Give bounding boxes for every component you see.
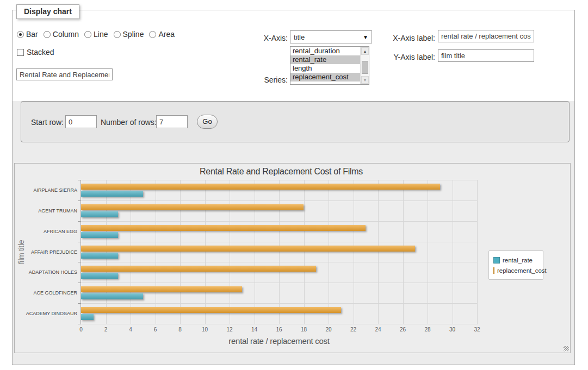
x-axis-tick-label: 2 (99, 327, 113, 333)
legend-swatch-icon (493, 267, 494, 274)
chart-type-radio-group: BarColumnLineSplineArea (17, 30, 175, 39)
resize-handle-icon[interactable] (564, 346, 569, 352)
bar-replacement_cost[interactable] (81, 246, 415, 252)
chart-type-radio-bar[interactable]: Bar (17, 30, 38, 39)
go-button[interactable]: Go (197, 115, 218, 129)
x-axis-tick-label: 24 (371, 327, 385, 333)
series-list-scrollbar[interactable]: ▲ ▼ (360, 47, 369, 84)
bar-rental_rate[interactable] (81, 253, 118, 259)
gridline (279, 180, 280, 324)
gridline (106, 180, 107, 324)
category-label: AFFAIR PREJUDICE (20, 249, 77, 255)
x-axis-tick-label: 10 (198, 327, 212, 333)
gridline (354, 180, 354, 324)
radio-icon[interactable] (17, 31, 24, 38)
x-axis-tick-label: 30 (445, 327, 460, 333)
radio-icon[interactable] (114, 31, 121, 38)
radio-label: Line (94, 30, 108, 39)
chart-legend: rental_ratereplacement_cost (488, 250, 543, 280)
x-axis-tick-label: 18 (297, 327, 311, 333)
bar-replacement_cost[interactable] (81, 266, 316, 272)
bar-rental_rate[interactable] (81, 191, 143, 197)
x-axis-tick-label: 16 (272, 327, 286, 333)
series-option-rental_duration[interactable]: rental_duration (290, 47, 361, 55)
y-axis-tick (78, 324, 81, 324)
gridline (378, 180, 379, 324)
gridline (477, 180, 478, 324)
y-axis-tick (78, 200, 81, 201)
chart-type-radio-area[interactable]: Area (149, 30, 175, 39)
gridline (156, 180, 156, 324)
category-label: ACE GOLDFINGER (20, 290, 77, 296)
radio-label: Area (158, 30, 175, 39)
series-option-replacement_cost[interactable]: replacement_cost (290, 73, 361, 81)
y-axis-label-label: Y-Axis label: (387, 53, 435, 61)
radio-icon[interactable] (44, 31, 51, 38)
fieldset-legend: Display chart (16, 4, 79, 19)
num-rows-input[interactable] (156, 115, 188, 128)
x-axis-title: rental rate / replacement cost (81, 336, 477, 346)
series-option-rental_rate[interactable]: rental_rate (290, 55, 361, 64)
bar-replacement_cost[interactable] (81, 184, 440, 190)
bar-replacement_cost[interactable] (81, 307, 341, 313)
chart-type-radio-line[interactable]: Line (84, 30, 108, 39)
bar-rental_rate[interactable] (81, 314, 94, 320)
x-axis-tick-label: 20 (321, 327, 336, 333)
stacked-checkbox[interactable] (17, 49, 24, 56)
category-label: ACADEMY DINOSAUR (20, 311, 77, 316)
x-axis-tick-label: 32 (470, 327, 484, 333)
bar-replacement_cost[interactable] (81, 204, 304, 210)
x-axis-tick-label: 14 (247, 327, 262, 333)
x-axis-selected-value: title (294, 33, 305, 41)
x-axis-label-input[interactable] (438, 30, 534, 42)
legend-swatch-icon (493, 257, 500, 264)
y-axis-label-input[interactable] (438, 49, 534, 62)
y-axis-tick (78, 180, 81, 180)
series-multiselect[interactable]: rental_durationrental_ratelengthreplacem… (290, 46, 369, 85)
x-axis-label-label: X-Axis label: (387, 34, 435, 42)
gridline (81, 283, 477, 283)
chart-type-radio-column[interactable]: Column (44, 30, 79, 39)
scroll-up-icon[interactable]: ▲ (361, 47, 369, 55)
bar-replacement_cost[interactable] (81, 225, 366, 231)
gridline (81, 262, 477, 262)
scroll-down-icon[interactable]: ▼ (361, 76, 369, 84)
x-axis-tick-label: 26 (396, 327, 410, 333)
bar-rental_rate[interactable] (81, 211, 118, 217)
gridline (255, 180, 255, 324)
gridline (180, 180, 181, 324)
legend-item-replacement_cost[interactable]: replacement_cost (493, 265, 539, 275)
stacked-checkbox-row[interactable]: Stacked (17, 48, 54, 57)
start-row-input[interactable] (65, 115, 97, 128)
gridline (304, 180, 305, 324)
gridline (81, 303, 477, 304)
legend-label: rental_rate (503, 257, 533, 264)
legend-item-rental_rate[interactable]: rental_rate (493, 255, 539, 265)
x-axis-tick-label: 28 (420, 327, 435, 333)
chart-type-radio-spline[interactable]: Spline (114, 30, 144, 39)
bar-rental_rate[interactable] (81, 273, 118, 279)
gridline (329, 180, 329, 324)
series-option-length[interactable]: length (290, 64, 361, 73)
gridline (205, 180, 206, 324)
x-axis-tick-label: 0 (74, 327, 88, 333)
radio-icon[interactable] (84, 31, 91, 38)
gridline (230, 180, 230, 324)
chart-container: Rental Rate and Replacement Cost of Film… (14, 163, 571, 353)
x-axis-select[interactable]: title ▼ (290, 30, 372, 43)
bar-replacement_cost[interactable] (81, 286, 242, 292)
scrollbar-thumb[interactable] (362, 61, 368, 74)
bar-rental_rate[interactable] (81, 232, 118, 238)
gridline (81, 324, 477, 324)
gridline (428, 180, 428, 324)
y-axis-tick (78, 283, 81, 283)
chevron-down-icon: ▼ (363, 34, 368, 40)
radio-icon[interactable] (149, 31, 156, 38)
x-axis-select-label: X-Axis: (247, 34, 288, 42)
chart-title-input[interactable] (16, 68, 113, 80)
bar-rental_rate[interactable] (81, 293, 143, 299)
stacked-label: Stacked (27, 48, 54, 57)
radio-label: Spline (123, 30, 144, 39)
category-label: AGENT TRUMAN (20, 208, 77, 214)
category-label: ADAPTATION HOLES (20, 269, 77, 275)
